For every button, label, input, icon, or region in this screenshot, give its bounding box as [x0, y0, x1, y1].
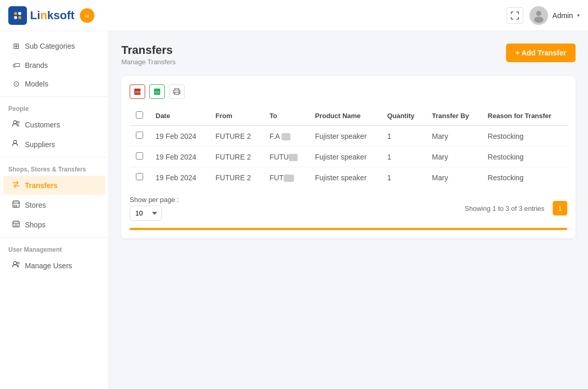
- cell-from: FUTURE 2: [209, 147, 263, 167]
- table-card: PDF XLS: [121, 76, 576, 238]
- svg-point-2: [18, 12, 21, 15]
- sidebar-item-label-models: Models: [25, 80, 48, 88]
- sidebar-item-suppliers[interactable]: Suppliers: [3, 135, 105, 154]
- page-title-section: Transfers Manage Transfers: [121, 44, 176, 66]
- progress-bar: [130, 228, 567, 230]
- cell-transfer-by: Mary: [426, 126, 482, 147]
- svg-point-8: [17, 121, 19, 123]
- pagination-section: Showing 1 to 3 of 3 entries 1: [465, 201, 567, 215]
- col-product-name: Product Name: [309, 106, 381, 126]
- page-subtitle: Manage Transfers: [121, 58, 176, 66]
- row-checkbox[interactable]: [136, 132, 143, 139]
- col-quantity: Quantity: [381, 106, 426, 126]
- chevron-down-icon: ▾: [577, 12, 580, 18]
- divider-3: [0, 237, 108, 238]
- divider-1: [0, 96, 108, 97]
- manage-users-icon: [11, 261, 21, 270]
- cell-date: 19 Feb 2024: [149, 147, 209, 167]
- export-pdf-button[interactable]: PDF: [130, 84, 145, 99]
- sidebar-item-label-customers: Customers: [25, 121, 60, 129]
- header-left: Linksoft ‹‹: [8, 6, 94, 25]
- sub-categories-icon: ⊞: [11, 41, 21, 51]
- blurred-text: [284, 175, 294, 182]
- progress-bar-container: [130, 228, 567, 230]
- header-checkbox-cell: [130, 106, 149, 126]
- page-header: Transfers Manage Transfers + Add Transfe…: [121, 44, 576, 66]
- col-from: From: [209, 106, 263, 126]
- sidebar-item-label-shops: Shops: [25, 221, 46, 229]
- user-name: Admin: [552, 11, 573, 20]
- sidebar-item-label-sub-categories: Sub Categories: [25, 42, 75, 50]
- svg-point-4: [18, 16, 21, 19]
- cell-to: FUTU: [263, 147, 309, 167]
- cell-from: FUTURE 2: [209, 126, 263, 147]
- print-icon: [173, 88, 181, 95]
- brands-icon: 🏷: [11, 61, 21, 69]
- row-checkbox-cell: [130, 126, 149, 147]
- row-checkbox[interactable]: [136, 173, 143, 180]
- sidebar-item-manage-users[interactable]: Manage Users: [3, 256, 105, 275]
- per-page-select[interactable]: 10 25 50 100: [130, 206, 162, 221]
- sidebar-item-stores[interactable]: Stores: [3, 195, 105, 214]
- cell-reason: Restocking: [482, 147, 567, 167]
- sidebar-item-shops[interactable]: Shops: [3, 215, 105, 234]
- layout: ⊞ Sub Categories 🏷 Brands ⊙ Models Peopl…: [0, 31, 588, 389]
- sidebar-item-label-brands: Brands: [25, 61, 48, 69]
- fullscreen-icon: [511, 11, 519, 20]
- svg-rect-20: [175, 92, 179, 94]
- export-excel-button[interactable]: XLS: [149, 84, 165, 99]
- svg-point-1: [14, 12, 17, 15]
- table-footer: Show per page : 10 25 50 100 Showing 1 t…: [130, 196, 567, 221]
- sidebar-item-brands[interactable]: 🏷 Brands: [3, 56, 105, 74]
- svg-point-7: [13, 121, 17, 124]
- table-row: 19 Feb 2024 FUTURE 2 FUTU Fujister speak…: [130, 147, 567, 167]
- table-header: Date From To Product Name Quantity Trans…: [130, 106, 567, 126]
- table-body: 19 Feb 2024 FUTURE 2 F.A Fujister speake…: [130, 126, 567, 188]
- divider-2: [0, 157, 108, 157]
- cell-from: FUTURE 2: [209, 167, 263, 188]
- svg-point-9: [13, 140, 17, 143]
- sidebar-toggle-button[interactable]: ‹‹: [80, 8, 94, 23]
- row-checkbox[interactable]: [136, 152, 143, 160]
- cell-quantity: 1: [381, 147, 426, 167]
- cell-quantity: 1: [381, 167, 426, 188]
- sidebar-item-label-transfers: Transfers: [25, 181, 58, 190]
- svg-text:XLS: XLS: [155, 91, 160, 94]
- cell-to: FUT: [263, 167, 309, 188]
- logo-icon: [8, 6, 27, 25]
- sidebar-item-customers[interactable]: Customers: [3, 115, 105, 134]
- transfers-table: Date From To Product Name Quantity Trans…: [130, 106, 567, 188]
- cell-date: 19 Feb 2024: [149, 126, 209, 147]
- table-actions: PDF XLS: [130, 84, 567, 99]
- page-button-1[interactable]: 1: [553, 201, 567, 215]
- logo-text: Linksoft: [30, 9, 75, 22]
- section-user-management: User Management: [0, 241, 108, 255]
- avatar: [529, 6, 548, 25]
- svg-point-21: [178, 91, 179, 92]
- svg-point-6: [534, 17, 543, 23]
- sidebar-item-transfers[interactable]: Transfers: [3, 176, 105, 195]
- print-button[interactable]: [169, 84, 185, 99]
- fullscreen-button[interactable]: [507, 7, 523, 24]
- main-content: Transfers Manage Transfers + Add Transfe…: [109, 31, 588, 389]
- svg-point-5: [536, 11, 541, 16]
- col-reason: Reason for Transfer: [482, 106, 567, 126]
- svg-rect-0: [10, 8, 25, 23]
- suppliers-icon: [11, 139, 21, 149]
- header: Linksoft ‹‹ Admin ▾: [0, 0, 588, 31]
- cell-to: F.A: [263, 126, 309, 147]
- user-info[interactable]: Admin ▾: [529, 6, 580, 25]
- transfers-icon: [11, 180, 21, 190]
- select-all-checkbox[interactable]: [136, 111, 143, 119]
- cell-reason: Restocking: [482, 126, 567, 147]
- sidebar-item-models[interactable]: ⊙ Models: [3, 75, 105, 93]
- stores-icon: [11, 200, 21, 210]
- models-icon: ⊙: [11, 79, 21, 89]
- cell-transfer-by: Mary: [426, 167, 482, 188]
- excel-icon: XLS: [153, 88, 161, 95]
- cell-product: Fujister speaker: [309, 167, 381, 188]
- section-shops-stores-transfers: Shops, Stores & Transfers: [0, 161, 108, 175]
- add-transfer-button[interactable]: + Add Transfer: [506, 44, 576, 62]
- svg-point-13: [13, 262, 17, 265]
- sidebar-item-sub-categories[interactable]: ⊞ Sub Categories: [3, 37, 105, 55]
